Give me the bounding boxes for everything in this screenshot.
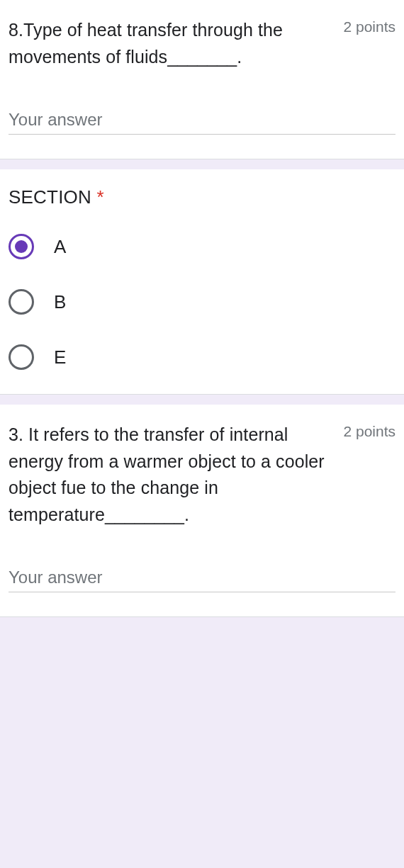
answer-input[interactable] [9, 563, 395, 592]
answer-input-wrap [9, 106, 395, 135]
required-asterisk: * [96, 186, 103, 208]
radio-option-b[interactable]: B [9, 289, 395, 315]
question-header: 8.Type of heat transfer through the move… [9, 17, 395, 70]
question-card-2: 3. It refers to the transfer of internal… [0, 405, 404, 617]
radio-option-e[interactable]: E [9, 344, 395, 370]
section-card: SECTION * A B E [0, 169, 404, 395]
radio-label: A [54, 236, 66, 258]
answer-input-wrap [9, 563, 395, 592]
question-text: 8.Type of heat transfer through the move… [9, 17, 337, 70]
answer-input[interactable] [9, 106, 395, 135]
question-card-1: 8.Type of heat transfer through the move… [0, 0, 404, 159]
radio-option-a[interactable]: A [9, 234, 395, 259]
radio-label: E [54, 346, 66, 368]
points-label: 2 points [343, 422, 395, 440]
radio-dot-icon [15, 240, 28, 253]
radio-group: A B E [9, 234, 395, 370]
radio-circle-icon [9, 289, 34, 315]
radio-label: B [54, 291, 66, 313]
radio-circle-icon [9, 344, 34, 370]
radio-circle-icon [9, 234, 34, 259]
question-header: 3. It refers to the transfer of internal… [9, 422, 395, 528]
section-title-text: SECTION [9, 186, 96, 208]
points-label: 2 points [343, 17, 395, 35]
section-title: SECTION * [9, 186, 395, 208]
question-text: 3. It refers to the transfer of internal… [9, 422, 337, 528]
